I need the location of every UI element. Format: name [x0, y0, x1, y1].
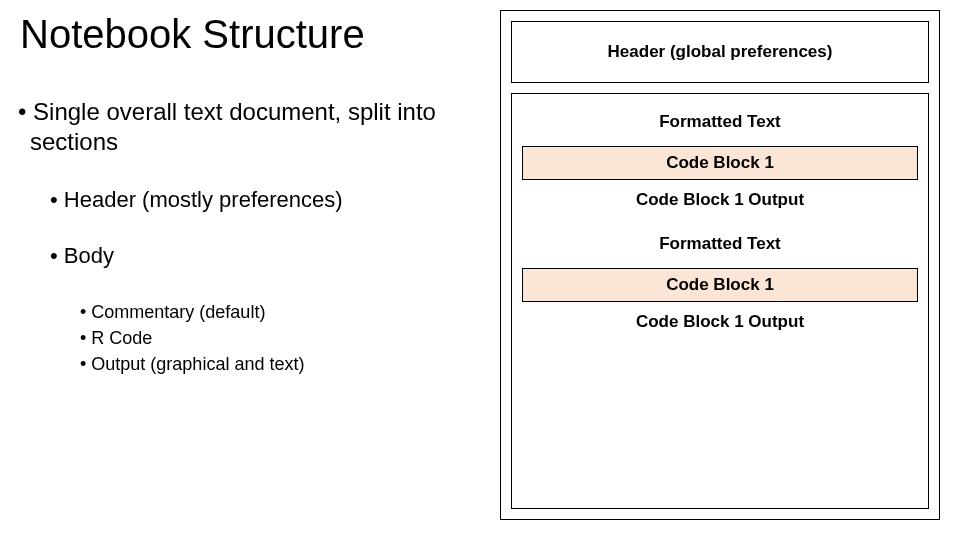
- code-output-2: Code Block 1 Output: [522, 310, 918, 340]
- bullet-header-text: Header (mostly preferences): [64, 187, 343, 212]
- bullet-rcode-text: R Code: [91, 328, 152, 348]
- body-block: Formatted Text Code Block 1 Code Block 1…: [511, 93, 929, 509]
- diagram-column: Header (global preferences) Formatted Te…: [500, 10, 940, 520]
- formatted-text-1: Formatted Text: [522, 104, 918, 138]
- bullet-body: Body: [50, 243, 480, 269]
- bullet-rcode: R Code: [80, 325, 480, 351]
- formatted-text-2: Formatted Text: [522, 226, 918, 260]
- code-block-1: Code Block 1: [522, 146, 918, 180]
- bullet-intro-text: Single overall text document, split into…: [30, 98, 436, 155]
- bullet-body-text: Body: [64, 243, 114, 268]
- header-block: Header (global preferences): [511, 21, 929, 83]
- text-column: Notebook Structure Single overall text d…: [20, 10, 500, 520]
- slide-title: Notebook Structure: [20, 12, 480, 57]
- code-output-1: Code Block 1 Output: [522, 188, 918, 218]
- bullet-intro: Single overall text document, split into…: [20, 97, 480, 157]
- bullet-commentary-text: Commentary (default): [91, 302, 265, 322]
- bullet-commentary: Commentary (default): [80, 299, 480, 325]
- notebook-outline: Header (global preferences) Formatted Te…: [500, 10, 940, 520]
- bullet-header: Header (mostly preferences): [50, 187, 480, 213]
- bullet-output: Output (graphical and text): [80, 351, 480, 377]
- code-block-2: Code Block 1: [522, 268, 918, 302]
- bullet-output-text: Output (graphical and text): [91, 354, 304, 374]
- header-block-label: Header (global preferences): [608, 42, 833, 61]
